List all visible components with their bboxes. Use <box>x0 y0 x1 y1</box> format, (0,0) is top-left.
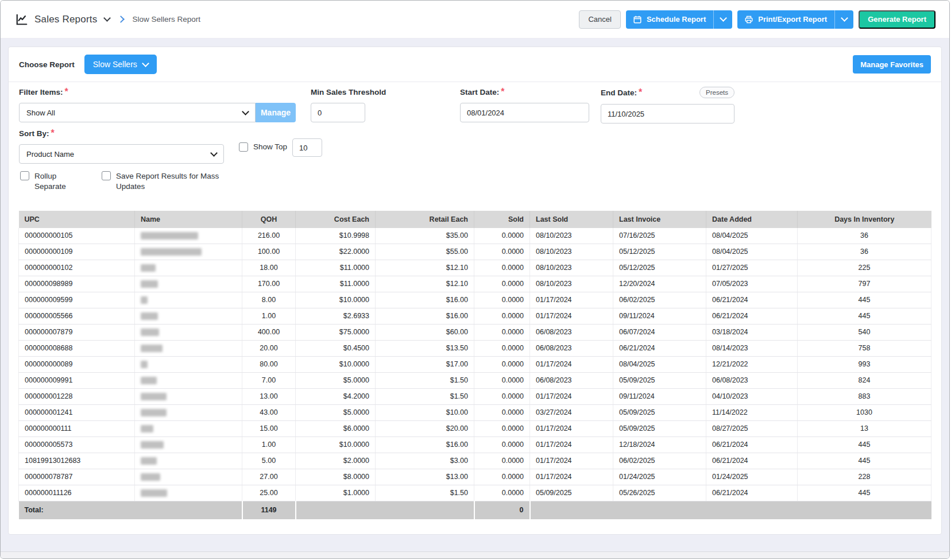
show-top-count-input[interactable] <box>292 138 322 157</box>
schedule-report-caret[interactable] <box>713 10 732 29</box>
cell-qoh: 1.00 <box>242 308 296 325</box>
filter-items-select[interactable]: Show All <box>19 103 256 122</box>
table-row: 0000000099917.00$5.0000$1.500.000006/08/… <box>19 373 931 389</box>
cell-last_invoice: 05/09/2025 <box>613 421 706 437</box>
cell-date_added: 08/14/2023 <box>706 341 798 357</box>
cell-sold: 0.0000 <box>474 373 530 389</box>
cell-name <box>135 292 242 308</box>
cell-last_invoice: 06/02/2025 <box>613 292 706 308</box>
cell-upc: 000000001228 <box>19 389 135 405</box>
cell-last_invoice: 01/24/2025 <box>613 469 706 485</box>
rollup-separate-checkbox[interactable] <box>20 171 29 180</box>
cell-upc: 000000009599 <box>19 292 135 308</box>
cell-last_sold: 01/17/2024 <box>530 357 613 373</box>
chevron-down-icon[interactable] <box>104 14 111 22</box>
manage-favorites-button[interactable]: Manage Favorites <box>853 55 931 74</box>
cell-qoh: 43.00 <box>242 405 296 421</box>
cell-upc: 10819913012683 <box>19 453 135 469</box>
cell-days: 36 <box>798 228 931 244</box>
column-header-qoh[interactable]: QOH <box>242 211 296 228</box>
redacted-product-name <box>141 280 158 288</box>
table-total-row: Total:11490 <box>19 501 931 520</box>
end-date-input[interactable] <box>601 104 734 123</box>
cancel-button[interactable]: Cancel <box>579 10 620 29</box>
cell-days: 445 <box>798 485 931 501</box>
column-header-date_added[interactable]: Date Added <box>706 211 798 228</box>
print-export-report-caret[interactable] <box>834 10 853 29</box>
redacted-product-name <box>141 457 157 465</box>
column-header-retail[interactable]: Retail Each <box>376 211 474 228</box>
column-header-cost[interactable]: Cost Each <box>296 211 376 228</box>
required-asterisk: * <box>51 128 55 138</box>
sort-by-value: Product Name <box>26 150 74 159</box>
column-header-upc[interactable]: UPC <box>19 211 135 228</box>
cell-sold: 0.0000 <box>474 244 530 260</box>
filters-section: Filter Items:* Show All Manage Min Sales… <box>9 82 941 211</box>
redacted-product-name <box>141 248 202 256</box>
cell-last_sold: 06/08/2023 <box>530 325 613 341</box>
cell-upc: 000000007879 <box>19 325 135 341</box>
min-sales-threshold-label: Min Sales Threshold <box>311 88 386 96</box>
chevron-down-icon <box>142 60 149 67</box>
cell-last_invoice: 07/16/2025 <box>613 228 706 244</box>
report-selector-button[interactable]: Slow Sellers <box>84 55 157 74</box>
show-top-checkbox[interactable] <box>239 142 248 152</box>
save-report-results-checkbox[interactable] <box>102 171 111 180</box>
cell-qoh: 18.00 <box>242 260 296 276</box>
cell-retail: $17.00 <box>376 357 474 373</box>
cell-retail: $13.00 <box>376 469 474 485</box>
filter-items-value: Show All <box>26 109 55 117</box>
cell-qoh: 20.00 <box>242 341 296 357</box>
cell-date_added: 12/21/2022 <box>706 357 798 373</box>
table-row: 00000000124143.00$5.0000$10.000.000003/2… <box>19 405 931 421</box>
cell-date_added: 06/21/2024 <box>706 292 798 308</box>
cell-date_added: 06/08/2023 <box>706 373 798 389</box>
presets-button[interactable]: Presets <box>699 87 734 98</box>
cell-days: 445 <box>798 292 931 308</box>
cell-date_added: 03/18/2024 <box>706 325 798 341</box>
sort-by-select[interactable]: Product Name <box>19 144 224 164</box>
save-report-results-label: Save Report Results for Mass Updates <box>116 171 226 192</box>
cell-retail: $12.10 <box>376 276 474 292</box>
cell-days: 13 <box>798 421 931 437</box>
cell-upc: 000000078787 <box>19 469 135 485</box>
schedule-report-button[interactable]: Schedule Report <box>626 10 732 29</box>
total-label: Total: <box>19 501 242 520</box>
cell-days: 540 <box>798 325 931 341</box>
filter-items-label: Filter Items: <box>19 88 63 96</box>
show-top-label: Show Top <box>253 142 287 152</box>
redacted-product-name <box>141 377 157 384</box>
column-header-days[interactable]: Days In Inventory <box>798 211 931 228</box>
manage-button[interactable]: Manage <box>256 103 296 122</box>
page-title: Sales Reports <box>34 14 97 25</box>
column-header-last_sold[interactable]: Last Sold <box>530 211 613 228</box>
min-sales-threshold-input[interactable] <box>311 103 365 122</box>
start-date-input[interactable] <box>460 103 589 122</box>
cell-cost: $1.0000 <box>296 485 376 501</box>
redacted-product-name <box>141 329 159 336</box>
cell-date_added: 01/27/2025 <box>706 260 798 276</box>
cell-sold: 0.0000 <box>474 469 530 485</box>
cell-last_sold: 08/10/2023 <box>530 276 613 292</box>
cell-name <box>135 357 242 373</box>
cell-name <box>135 244 242 260</box>
cell-sold: 0.0000 <box>474 341 530 357</box>
generate-report-button[interactable]: Generate Report <box>859 10 935 29</box>
cell-upc: 000000009991 <box>19 373 135 389</box>
cell-days: 445 <box>798 437 931 453</box>
cell-upc: 000000005573 <box>19 437 135 453</box>
print-export-report-button[interactable]: Print/Export Report <box>737 10 853 29</box>
cell-retail: $55.00 <box>376 244 474 260</box>
cell-days: 445 <box>798 308 931 325</box>
cell-retail: $16.00 <box>376 437 474 453</box>
cell-upc: 000000008688 <box>19 341 135 357</box>
redacted-product-name <box>141 345 163 352</box>
footer-bar <box>1 551 949 558</box>
column-header-name[interactable]: Name <box>135 211 242 228</box>
column-header-last_invoice[interactable]: Last Invoice <box>613 211 706 228</box>
table-row: 00000000010218.00$11.0000$12.100.000008/… <box>19 260 931 276</box>
cell-cost: $8.0000 <box>296 469 376 485</box>
cell-qoh: 216.00 <box>242 228 296 244</box>
column-header-sold[interactable]: Sold <box>474 211 530 228</box>
cell-days: 758 <box>798 341 931 357</box>
